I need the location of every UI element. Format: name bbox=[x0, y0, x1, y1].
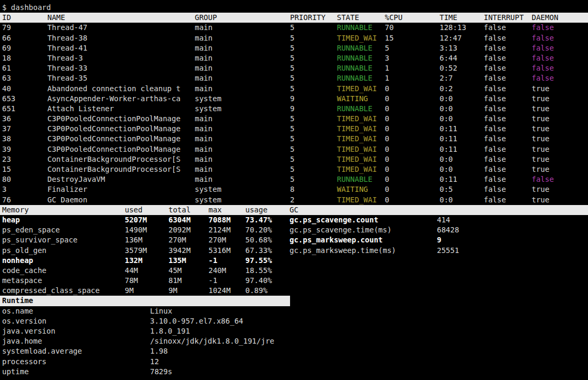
thread-cell-interrupt: false bbox=[484, 23, 506, 33]
thread-cell-id: 39 bbox=[2, 144, 11, 154]
thread-cell-time: 0:0 bbox=[440, 164, 453, 174]
thread-cell-name: C3P0PooledConnectionPoolManage bbox=[47, 114, 181, 124]
thread-cell-daemon: true bbox=[532, 195, 550, 205]
thread-cell-priority: 5 bbox=[290, 53, 294, 63]
thread-cell-cpu: 3 bbox=[385, 53, 389, 63]
thread-cell-cpu: 0 bbox=[385, 124, 389, 134]
thread-cell-group: main bbox=[195, 164, 213, 174]
thread-cell-group: main bbox=[195, 43, 213, 53]
thread-cell-group: system bbox=[195, 104, 222, 114]
thread-cell-state: TIMED_WAI bbox=[337, 84, 377, 94]
thread-cell-interrupt: false bbox=[484, 33, 506, 43]
runtime-cell-key: processors bbox=[2, 357, 46, 367]
thread-cell-group: system bbox=[195, 195, 222, 205]
thread-row: 15ContainerBackgroundProcessor[Smain5TIM… bbox=[0, 164, 588, 174]
thread-cell-id: 15 bbox=[2, 164, 11, 174]
thread-cell-priority: 8 bbox=[290, 184, 294, 194]
memory-cell-total: 6304M bbox=[168, 215, 191, 225]
thread-cell-daemon: true bbox=[532, 104, 550, 114]
gc-metric-value: 25551 bbox=[437, 246, 459, 256]
thread-cell-daemon: true bbox=[532, 114, 550, 124]
gc-metric-value: 9 bbox=[437, 235, 441, 245]
memory-cell-usage: 0.89% bbox=[245, 286, 267, 296]
thread-cell-priority: 5 bbox=[290, 114, 294, 124]
thread-cell-priority: 2 bbox=[290, 195, 294, 205]
memory-table-header: MemoryusedtotalmaxusageGC bbox=[0, 205, 588, 215]
thread-row: 37C3P0PooledConnectionPoolManagemain5TIM… bbox=[0, 124, 588, 134]
thread-cell-name: C3P0PooledConnectionPoolManage bbox=[47, 144, 181, 154]
memory-cell-name: ps_survivor_space bbox=[2, 235, 77, 245]
memory-cell-total: 9M bbox=[168, 286, 177, 296]
runtime-header: Runtime bbox=[0, 296, 588, 306]
thread-cell-cpu: 0 bbox=[385, 114, 389, 124]
thread-cell-interrupt: false bbox=[484, 114, 506, 124]
thread-cell-group: system bbox=[195, 184, 222, 194]
thread-table: IDNAMEGROUPPRIORITYSTATE%CPUTIMEINTERRUP… bbox=[0, 13, 588, 205]
thread-cell-state: RUNNABLE bbox=[337, 73, 372, 83]
thread-cell-group: main bbox=[195, 63, 213, 73]
thread-cell-priority: 5 bbox=[290, 33, 294, 43]
thread-cell-daemon: false bbox=[532, 73, 554, 83]
thread-cell-time: 0:5 bbox=[440, 184, 453, 194]
thread-cell-state: TIMED_WAI bbox=[337, 124, 377, 134]
thread-cell-daemon: true bbox=[532, 154, 550, 164]
gc-metric-label: gc.ps_marksweep.time(ms) bbox=[290, 246, 396, 256]
runtime-cell-key: uptime bbox=[2, 367, 29, 377]
memory-header-used: used bbox=[125, 205, 143, 215]
memory-row: ps_old_gen3579M3942M5316M67.33%gc.ps_mar… bbox=[0, 246, 588, 256]
thread-cell-group: main bbox=[195, 114, 213, 124]
thread-cell-state: TIMED_WAI bbox=[337, 144, 377, 154]
thread-cell-time: 0:52 bbox=[440, 63, 457, 73]
thread-cell-state: TIMED_WAI bbox=[337, 134, 377, 144]
thread-cell-name: Attach Listener bbox=[47, 104, 114, 114]
memory-cell-used: 9M bbox=[125, 286, 134, 296]
thread-cell-state: TIMED_WAI bbox=[337, 114, 377, 124]
thread-cell-group: main bbox=[195, 84, 213, 94]
memory-header-max: max bbox=[208, 205, 222, 215]
memory-row: code_cache44M45M240M18.55% bbox=[0, 266, 588, 276]
runtime-row: systemload.average1.98 bbox=[0, 346, 588, 356]
thread-cell-cpu: 1 bbox=[385, 63, 389, 73]
runtime-row: java.version1.8.0_191 bbox=[0, 326, 588, 336]
thread-cell-id: 69 bbox=[2, 43, 11, 53]
thread-cell-name: C3P0PooledConnectionPoolManage bbox=[47, 134, 181, 144]
runtime-cell-key: java.version bbox=[2, 326, 55, 336]
thread-cell-name: Thread-35 bbox=[47, 73, 87, 83]
thread-row: 69Thread-41main5RUNNABLE53:13falsefalse bbox=[0, 43, 588, 53]
thread-cell-priority: 5 bbox=[290, 23, 294, 33]
thread-cell-state: RUNNABLE bbox=[337, 63, 372, 73]
memory-header-memory: Memory bbox=[2, 205, 29, 215]
thread-cell-daemon: true bbox=[532, 124, 550, 134]
thread-cell-interrupt: false bbox=[484, 195, 506, 205]
thread-cell-interrupt: false bbox=[484, 104, 506, 114]
prompt-line[interactable]: $ dashboard bbox=[0, 3, 588, 13]
thread-cell-daemon: true bbox=[532, 94, 550, 104]
memory-cell-usage: 67.33% bbox=[245, 246, 272, 256]
thread-cell-priority: 9 bbox=[290, 104, 294, 114]
thread-cell-cpu: 15 bbox=[385, 33, 394, 43]
memory-cell-used: 1490M bbox=[125, 225, 147, 235]
thread-cell-priority: 5 bbox=[290, 144, 294, 154]
thread-row: 23ContainerBackgroundProcessor[Smain5TIM… bbox=[0, 154, 588, 164]
thread-cell-cpu: 5 bbox=[385, 43, 389, 53]
thread-cell-state: TIMED_WAI bbox=[337, 195, 377, 205]
memory-row: ps_survivor_space136M270M270M50.68%gc.ps… bbox=[0, 235, 588, 245]
thread-cell-priority: 5 bbox=[290, 134, 294, 144]
thread-cell-cpu: 0 bbox=[385, 104, 389, 114]
runtime-cell-value: /sinoxx/jdk/jdk1.8.0_191/jre bbox=[150, 336, 274, 346]
thread-cell-priority: 9 bbox=[290, 94, 294, 104]
memory-cell-usage: 97.55% bbox=[245, 256, 272, 266]
thread-cell-interrupt: false bbox=[484, 144, 506, 154]
thread-cell-id: 23 bbox=[2, 154, 11, 164]
thread-cell-group: main bbox=[195, 53, 213, 63]
thread-cell-cpu: 0 bbox=[385, 174, 389, 184]
terminal[interactable]: $ dashboard IDNAMEGROUPPRIORITYSTATE%CPU… bbox=[0, 0, 588, 377]
thread-cell-state: RUNNABLE bbox=[337, 43, 372, 53]
thread-cell-time: 0:0 bbox=[440, 195, 453, 205]
memory-cell-name: ps_eden_space bbox=[2, 225, 60, 235]
thread-cell-daemon: false bbox=[532, 33, 554, 43]
thread-row: 38C3P0PooledConnectionPoolManagemain5TIM… bbox=[0, 134, 588, 144]
thread-cell-cpu: 0 bbox=[385, 184, 389, 194]
memory-cell-used: 78M bbox=[125, 276, 138, 286]
memory-cell-max: 5316M bbox=[208, 246, 231, 256]
